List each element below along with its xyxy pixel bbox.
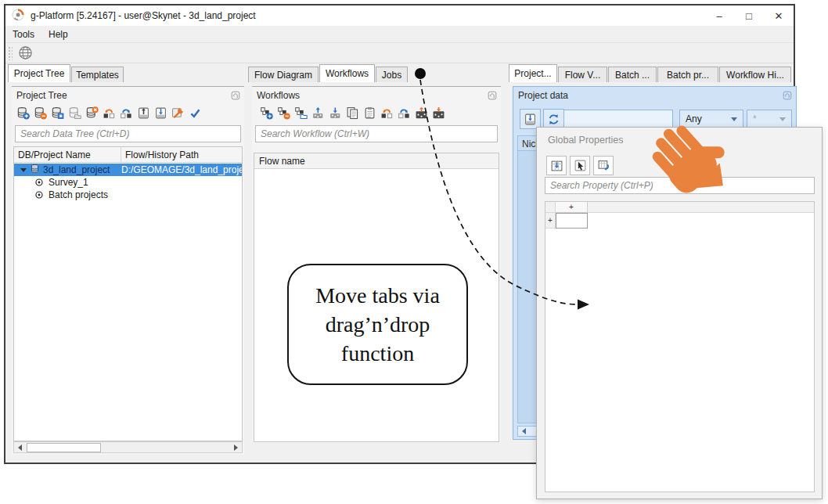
main-toolbar [5,43,794,63]
tab-workflow-history[interactable]: Workflow Hi... [719,67,791,82]
expander-icon[interactable] [20,168,27,172]
workflows-toolbar [258,105,446,121]
scroll-left-icon[interactable] [518,427,530,437]
undo-icon[interactable] [379,105,394,121]
tab-project-data[interactable]: Project... [509,64,557,82]
global-properties-title: Global Properties [548,135,624,146]
app-logo-icon [12,9,24,23]
toolbar-grip[interactable] [8,46,13,60]
tree-row-survey[interactable]: Survey_1 [14,176,242,189]
maximize-button[interactable]: □ [734,5,764,26]
tree-row-batch-projects[interactable]: Batch projects [14,189,242,201]
grid-add-column-header[interactable]: + [556,202,588,213]
save-database-icon[interactable] [49,105,65,121]
global-properties-window[interactable]: Global Properties + + [536,127,823,499]
menu-tools[interactable]: Tools [5,27,41,42]
close-button[interactable]: ✕ [764,5,794,26]
chevron-down-icon [779,117,786,121]
database-settings-icon[interactable] [170,105,185,121]
undock-icon[interactable] [487,90,498,101]
copy-workflow-icon[interactable] [344,105,360,121]
scrollbar-thumb[interactable] [27,443,101,452]
project-data-filter-input[interactable] [563,110,673,128]
add-database-icon[interactable] [15,105,31,121]
redo-icon[interactable] [396,105,412,121]
scroll-left-icon[interactable] [14,442,26,452]
minimize-button[interactable]: – [704,5,734,26]
redo-move-icon[interactable] [118,105,134,121]
open-workflow-icon[interactable] [293,105,308,121]
tab-batch-pr[interactable]: Batch pr... [657,67,718,82]
project-tree-panel: Project Tree DB/Project Name Flow/Histor… [12,86,244,455]
tab-batch[interactable]: Batch ... [608,67,657,82]
tab-workflows[interactable]: Workflows [319,64,375,82]
undo-move-icon[interactable] [101,105,117,121]
project-data-panel-header: Project data [513,87,796,104]
grid-active-cell[interactable] [556,213,588,229]
import-data-icon[interactable] [153,105,168,121]
tree-row-project[interactable]: 3d_land_project D:/GEOMAGE/3d_land_proje… [14,164,242,176]
undock-icon[interactable] [230,90,241,101]
grid-add-row-header[interactable]: + [545,213,556,229]
menu-help[interactable]: Help [41,27,75,42]
download-workflow-icon[interactable] [430,105,446,121]
horizontal-scrollbar[interactable] [13,441,243,453]
remove-workflow-icon[interactable] [275,105,291,121]
property-grid[interactable]: + + [545,201,815,492]
export-workflow-icon[interactable] [327,105,343,121]
workflows-panel-header: Workflows [252,87,501,104]
remove-database-icon[interactable] [32,105,48,121]
grid-corner-cell [545,202,556,213]
column-flow-history-path[interactable]: Flow/History Path [121,147,199,162]
select-property-icon[interactable] [570,156,590,175]
project-tree-toolbar [15,105,203,121]
tab-templates[interactable]: Templates [71,67,124,82]
tab-jobs[interactable]: Jobs [376,67,408,82]
open-database-icon[interactable] [67,105,82,121]
annotation-callout: Move tabs via drag’n’drop function [287,264,468,385]
column-db-project-name[interactable]: DB/Project Name [14,147,121,162]
tree-table-header: DB/Project Name Flow/History Path [14,147,242,163]
export-data-icon[interactable] [135,105,151,121]
project-tree-table: DB/Project Name Flow/History Path 3d_lan… [13,146,243,441]
search-data-tree-input[interactable] [15,125,241,142]
type-dropdown[interactable]: Any [679,110,743,128]
database-icon [30,164,40,176]
add-workflow-icon[interactable] [258,105,274,121]
survey-icon [34,190,44,200]
import-workflow-icon[interactable] [310,105,326,121]
menu-bar: Tools Help [5,26,794,43]
project-tree-panel-header: Project Tree [12,87,244,104]
undock-icon[interactable] [782,90,793,101]
pattern-dropdown[interactable]: * [747,110,792,128]
search-workflow-input[interactable] [255,125,498,142]
close-database-icon[interactable] [84,105,99,121]
upload-workflow-icon[interactable] [413,105,429,121]
globe-icon[interactable] [17,45,33,61]
global-properties-toolbar [546,156,614,175]
paste-workflow-icon[interactable] [362,105,377,121]
title-bar[interactable]: g-Platform [5.24167] - user@Skynet - 3d_… [5,5,794,26]
tab-flow-diagram[interactable]: Flow Diagram [248,67,319,82]
window-title: g-Platform [5.24167] - user@Skynet - 3d_… [31,10,256,21]
grid-header-strip [588,202,814,213]
apply-property-icon[interactable] [593,156,614,175]
apply-icon[interactable] [187,105,203,121]
survey-icon [34,178,44,187]
tab-project-tree[interactable]: Project Tree [8,64,70,82]
scroll-right-icon[interactable] [230,442,242,452]
search-property-input[interactable] [545,177,815,194]
column-flow-name[interactable]: Flow name [254,153,499,169]
tab-flow-view[interactable]: Flow V... [558,67,607,82]
import-property-icon[interactable] [546,156,567,175]
chevron-down-icon [731,117,737,121]
